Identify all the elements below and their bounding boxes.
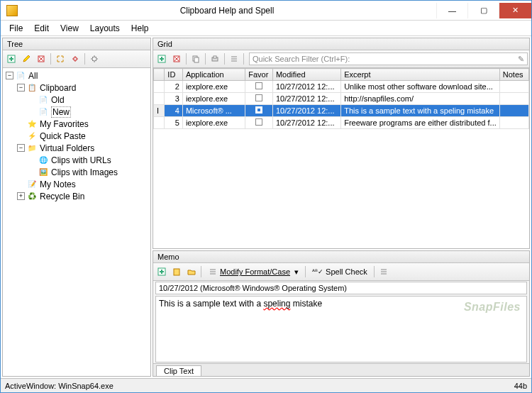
grid-toolbar: Quick Search Filter (Ctrl+F): ✎ <box>153 50 529 68</box>
memo-folder-button[interactable] <box>184 265 199 279</box>
list-icon <box>229 54 239 64</box>
delete-icon <box>36 54 46 64</box>
misspelled-word: speling <box>263 299 290 309</box>
favor-checkbox[interactable] <box>255 82 262 89</box>
app-icon <box>6 5 18 16</box>
tree-node-old[interactable]: 📄Old <box>4 94 149 106</box>
memo-tabs: Clip Text <box>153 363 529 376</box>
col-id[interactable]: ID <box>165 69 183 81</box>
tree-node-quickpaste[interactable]: ⚡Quick Paste <box>4 130 149 142</box>
folder-icon: 📁 <box>26 143 38 153</box>
favor-checkbox[interactable] <box>255 118 262 126</box>
star-icon: ⭐ <box>26 119 38 129</box>
memo-paste-button[interactable] <box>170 265 184 279</box>
svg-rect-10 <box>174 269 179 275</box>
tree-delete-button[interactable] <box>34 52 48 66</box>
gear-icon <box>89 54 99 64</box>
tree-node-mynotes[interactable]: 📝My Notes <box>4 178 149 190</box>
delete-icon <box>172 54 182 64</box>
quick-search-input[interactable]: Quick Search Filter (Ctrl+F): ✎ <box>249 52 528 65</box>
grid-header: Grid <box>153 38 529 50</box>
favor-checkbox[interactable] <box>255 94 262 101</box>
clipboard-icon: 📋 <box>26 83 38 93</box>
copy-icon <box>191 54 201 64</box>
menu-view[interactable]: View <box>55 22 84 35</box>
plus-icon <box>157 267 167 277</box>
watermark: SnapFiles <box>464 301 521 314</box>
memo-info-line: 10/27/2012 (Microsoft® Windows® Operatin… <box>155 282 527 294</box>
table-row[interactable]: 2 iexplore.exe 10/27/2012 12:... Unlike … <box>154 81 529 93</box>
globe-icon: 🌐 <box>38 155 49 165</box>
minimize-button[interactable]: — <box>436 3 467 18</box>
tree-node-recyclebin[interactable]: +♻️Recycle Bin <box>4 190 149 202</box>
svg-rect-6 <box>194 57 199 62</box>
tree-node-new[interactable]: 📄New <box>4 106 149 118</box>
page-icon: 📄 <box>15 71 26 81</box>
memo-options-button[interactable] <box>377 265 391 279</box>
table-row[interactable]: I 4 Microsoft® ... 10/27/2012 12:... Thi… <box>154 105 529 117</box>
close-button[interactable]: ✕ <box>499 3 531 18</box>
tree-node-clips-images[interactable]: 🖼️Clips with Images <box>4 166 149 178</box>
memo-editor[interactable]: This is a sample text with a speling mis… <box>155 296 527 362</box>
list-icon <box>208 267 218 277</box>
tree-header: Tree <box>3 38 150 50</box>
list-icon <box>379 267 389 277</box>
modify-format-button[interactable]: Modify Format/Case ▾ <box>204 265 303 279</box>
tree-settings-button[interactable] <box>87 52 101 66</box>
tree-add-button[interactable] <box>4 52 18 66</box>
recycle-icon: ♻️ <box>26 192 38 201</box>
statusbar: ActiveWindow: WinSnap64.exe 44b <box>1 378 531 392</box>
favor-checkbox[interactable] <box>255 106 262 114</box>
grid-delete-button[interactable] <box>170 52 184 66</box>
eraser-icon[interactable]: ✎ <box>518 55 524 64</box>
titlebar: Clipboard Help and Spell — ▢ ✕ <box>1 1 531 21</box>
clipboard-icon <box>172 267 182 277</box>
tree-collapse-button[interactable] <box>68 52 82 66</box>
note-icon: 📝 <box>26 179 38 189</box>
tree-panel: Tree −📄All −📋Clipboard 📄Old 📄New ⭐My Fav… <box>2 38 151 377</box>
col-modified[interactable]: Modified <box>272 69 340 81</box>
tree-node-clips-urls[interactable]: 🌐Clips with URLs <box>4 154 149 166</box>
col-application[interactable]: Application <box>182 69 245 81</box>
search-placeholder: Quick Search Filter (Ctrl+F): <box>253 55 350 63</box>
tree-node-all[interactable]: −📄All <box>4 70 149 82</box>
tree-edit-button[interactable] <box>19 52 33 66</box>
spellcheck-icon: ᴬᴮ✓ <box>312 268 323 275</box>
menu-file[interactable]: File <box>4 22 28 35</box>
col-marker[interactable] <box>154 69 165 81</box>
menu-help[interactable]: Help <box>126 22 155 35</box>
tree-body[interactable]: −📄All −📋Clipboard 📄Old 📄New ⭐My Favorite… <box>3 68 150 376</box>
tree-node-favorites[interactable]: ⭐My Favorites <box>4 118 149 130</box>
grid-print-button[interactable] <box>208 52 222 66</box>
table-row[interactable]: 5 iexplore.exe 10/27/2012 12:... Freewar… <box>154 117 529 129</box>
maximize-button[interactable]: ▢ <box>467 3 499 18</box>
folder-icon <box>187 267 196 277</box>
status-left: ActiveWindow: WinSnap64.exe <box>5 382 113 390</box>
grid-table: ID Application Favor Modified Excerpt No… <box>153 68 529 129</box>
memo-add-button[interactable] <box>155 265 169 279</box>
grid-copy-button[interactable] <box>189 52 203 66</box>
tree-node-vfolders[interactable]: −📁Virtual Folders <box>4 142 149 154</box>
grid-options-button[interactable] <box>227 52 241 66</box>
memo-panel: Memo Modify Format/Case ▾ ᴬᴮ✓Spell Check… <box>153 250 530 377</box>
tab-clip-text[interactable]: Clip Text <box>156 365 201 376</box>
bolt-icon: ⚡ <box>26 131 38 141</box>
tree-expand-button[interactable] <box>53 52 67 66</box>
tree-node-clipboard[interactable]: −📋Clipboard <box>4 82 149 94</box>
page-icon: 📄 <box>38 107 49 117</box>
expand-icon <box>55 54 65 64</box>
grid-add-button[interactable] <box>155 52 169 66</box>
col-notes[interactable]: Notes <box>499 69 528 81</box>
plus-icon <box>157 54 167 64</box>
print-icon <box>210 54 220 64</box>
grid-panel: Grid Quick Search Filter (Ctrl+F): ✎ <box>153 38 530 249</box>
memo-header: Memo <box>153 251 529 263</box>
table-row[interactable]: 3 iexplore.exe 10/27/2012 12:... http://… <box>154 93 529 105</box>
col-favor[interactable]: Favor <box>245 69 273 81</box>
menu-edit[interactable]: Edit <box>28 22 55 35</box>
menu-layouts[interactable]: Layouts <box>84 22 126 35</box>
grid-body[interactable]: ID Application Favor Modified Excerpt No… <box>153 68 529 248</box>
col-excerpt[interactable]: Excerpt <box>341 69 500 81</box>
page-icon: 📄 <box>38 95 49 105</box>
spell-check-button[interactable]: ᴬᴮ✓Spell Check <box>308 265 372 279</box>
